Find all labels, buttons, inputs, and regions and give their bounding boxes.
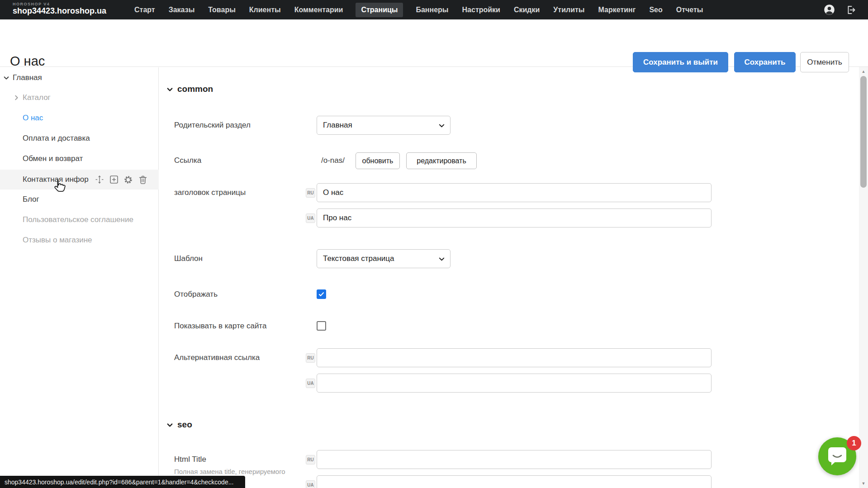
top-nav: HOROSHOP V4 shop34423.horoshop.ua Старт … bbox=[0, 0, 868, 19]
sidebar-item-kontaktnaya-hovered[interactable]: Контактная инфор bbox=[0, 170, 159, 190]
add-page-icon[interactable] bbox=[109, 174, 119, 185]
link-edit-button[interactable]: редактировать bbox=[406, 152, 477, 169]
nav-menu: Старт Заказы Товары Клиенты Комментарии … bbox=[133, 0, 704, 19]
link-label: Ссылка bbox=[174, 156, 201, 165]
nav-item-seo[interactable]: Seo bbox=[648, 3, 663, 17]
brand-edition: HOROSHOP V4 bbox=[13, 2, 106, 6]
chat-unread-badge: 1 bbox=[847, 436, 861, 450]
nav-item-pages-active[interactable]: Страницы bbox=[356, 3, 403, 17]
sidebar-item-soglashenie[interactable]: Пользовательское соглашение bbox=[0, 210, 159, 230]
nav-item-orders[interactable]: Заказы bbox=[168, 3, 196, 17]
html-title-hint: Полная замена title, генерируемого bbox=[174, 468, 285, 475]
sidebar-item-katalog[interactable]: Каталог bbox=[0, 88, 159, 108]
nav-item-start[interactable]: Старт bbox=[133, 3, 156, 17]
html-title-label: Html Title bbox=[174, 455, 206, 464]
template-label: Шаблон bbox=[174, 254, 203, 263]
sidebar-item-o-nas-selected[interactable]: О нас bbox=[0, 108, 159, 128]
page-title-ua-input[interactable] bbox=[317, 208, 711, 227]
lang-badge-ru: RU bbox=[306, 188, 315, 198]
nav-item-discounts[interactable]: Скидки bbox=[513, 3, 541, 17]
sidebar-item-label: Блог bbox=[0, 195, 39, 204]
status-url-text: shop34423.horoshop.ua/edit/edit.php?id=6… bbox=[5, 479, 233, 486]
nav-item-products[interactable]: Товары bbox=[207, 3, 237, 17]
nav-item-settings[interactable]: Настройки bbox=[461, 3, 501, 17]
page-edit-form: common Родительский раздел Главная Ссылк… bbox=[159, 67, 859, 488]
tree-row-actions bbox=[94, 174, 148, 185]
html-title-ru-input[interactable] bbox=[317, 450, 711, 469]
sidebar-item-label: Пользовательское соглашение bbox=[0, 215, 133, 224]
chevron-down-icon[interactable] bbox=[3, 74, 10, 81]
sidebar-item-label: Отзывы о магазине bbox=[0, 236, 92, 245]
parent-section-value: Главная bbox=[323, 121, 352, 130]
lang-badge-ua: UA bbox=[306, 379, 315, 388]
sidebar-item-label: Контактная инфор bbox=[0, 175, 89, 184]
section-seo-toggle[interactable]: seo bbox=[166, 420, 192, 430]
brand-domain: shop34423.horoshop.ua bbox=[13, 6, 106, 16]
parent-section-select[interactable]: Главная bbox=[317, 116, 451, 135]
scroll-up-icon[interactable]: ▲ bbox=[859, 68, 868, 75]
nav-item-comments[interactable]: Комментарии bbox=[294, 3, 344, 17]
brand-logo[interactable]: HOROSHOP V4 shop34423.horoshop.ua bbox=[13, 2, 106, 16]
sidebar-item-otzyvy[interactable]: Отзывы о магазине bbox=[0, 230, 159, 250]
sidebar-item-glavnaya[interactable]: Главная bbox=[0, 68, 159, 88]
lang-badge-ua: UA bbox=[306, 213, 315, 223]
save-and-exit-button[interactable]: Сохранить и выйти bbox=[633, 52, 728, 72]
chat-bubble-icon bbox=[826, 446, 848, 467]
sidebar-item-label: Оплата и доставка bbox=[0, 134, 90, 143]
nav-item-banners[interactable]: Баннеры bbox=[415, 3, 449, 17]
section-title: common bbox=[177, 84, 213, 94]
nav-item-clients[interactable]: Клиенты bbox=[248, 3, 282, 17]
vertical-scrollbar[interactable]: ▲ ▼ bbox=[859, 67, 868, 488]
alt-link-label: Альтернативная ссылка bbox=[174, 353, 260, 362]
sidebar-item-oplata[interactable]: Оплата и доставка bbox=[0, 128, 159, 148]
page-header: О нас Сохранить и выйти Сохранить Отмени… bbox=[0, 19, 868, 67]
lang-badge-ua: UA bbox=[306, 480, 315, 488]
alt-link-ru-input[interactable] bbox=[317, 348, 711, 367]
chevron-down-icon bbox=[438, 256, 445, 265]
sidebar-item-label: Каталог bbox=[0, 93, 51, 102]
display-label: Отображать bbox=[174, 290, 218, 299]
template-select[interactable]: Текстовая страница bbox=[317, 249, 451, 268]
browser-status-url-tooltip: shop34423.horoshop.ua/edit/edit.php?id=6… bbox=[0, 476, 245, 488]
page-title-ru-input[interactable] bbox=[317, 183, 711, 202]
nav-item-marketing[interactable]: Маркетинг bbox=[597, 3, 636, 17]
chevron-down-icon bbox=[438, 122, 445, 131]
lang-badge-ru: RU bbox=[306, 455, 315, 464]
page-title: О нас bbox=[10, 54, 45, 69]
user-account-icon[interactable] bbox=[823, 4, 835, 16]
sidebar-item-blog[interactable]: Блог bbox=[0, 190, 159, 209]
delete-trash-icon[interactable] bbox=[138, 174, 148, 185]
sidebar-item-obmen[interactable]: Обмен и возврат bbox=[0, 149, 159, 169]
link-update-button[interactable]: обновить bbox=[356, 152, 400, 169]
template-value: Текстовая страница bbox=[323, 254, 394, 263]
nav-right-actions bbox=[823, 0, 857, 19]
chevron-down-icon bbox=[166, 422, 173, 428]
app-window: HOROSHOP V4 shop34423.horoshop.ua Старт … bbox=[0, 0, 868, 488]
section-title: seo bbox=[177, 420, 192, 430]
checkmark-icon bbox=[318, 291, 325, 298]
settings-gear-icon[interactable] bbox=[123, 174, 134, 185]
nav-item-utilities[interactable]: Утилиты bbox=[552, 3, 585, 17]
sitemap-checkbox-unchecked[interactable] bbox=[317, 321, 326, 331]
link-path-value: /o-nas/ bbox=[321, 156, 345, 165]
pages-tree-sidebar: Главная Каталог О нас Оплата и доставка … bbox=[0, 67, 159, 488]
lang-badge-ru: RU bbox=[306, 353, 315, 363]
display-checkbox-checked[interactable] bbox=[317, 289, 326, 299]
scrollbar-thumb[interactable] bbox=[860, 76, 867, 188]
page-title-label: заголовок страницы bbox=[174, 188, 246, 197]
html-title-ua-input[interactable] bbox=[317, 475, 711, 488]
scroll-down-icon[interactable]: ▼ bbox=[859, 480, 868, 487]
cancel-button[interactable]: Отменить bbox=[800, 52, 849, 72]
sitemap-label: Показывать в карте сайта bbox=[174, 322, 266, 331]
sidebar-item-label: Обмен и возврат bbox=[0, 154, 83, 163]
chevron-right-icon[interactable] bbox=[13, 94, 20, 101]
logout-icon[interactable] bbox=[844, 4, 857, 16]
sidebar-item-label: О нас bbox=[0, 114, 43, 123]
nav-item-reports[interactable]: Отчеты bbox=[675, 3, 704, 17]
alt-link-ua-input[interactable] bbox=[317, 374, 711, 393]
section-common-toggle[interactable]: common bbox=[166, 84, 213, 94]
chevron-down-icon bbox=[166, 86, 173, 93]
parent-section-label: Родительский раздел bbox=[174, 121, 251, 130]
move-icon[interactable] bbox=[94, 174, 105, 185]
save-button[interactable]: Сохранить bbox=[734, 52, 796, 72]
